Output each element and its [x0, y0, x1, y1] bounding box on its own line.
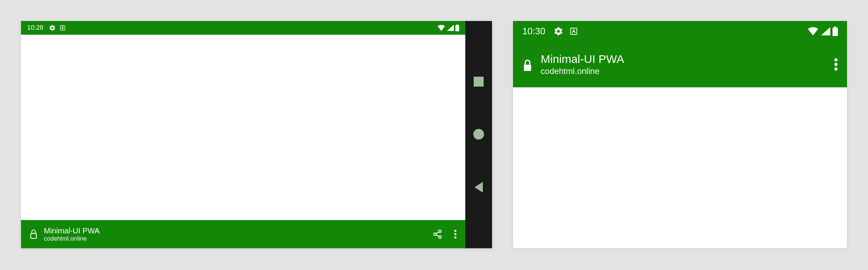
- app-bar-actions: [432, 229, 457, 239]
- svg-point-5: [434, 233, 437, 236]
- gear-icon: [49, 24, 56, 31]
- svg-point-10: [455, 233, 457, 235]
- lock-icon: [29, 229, 38, 239]
- svg-point-9: [455, 230, 457, 232]
- svg-rect-2: [457, 24, 458, 25]
- app-subtitle: codehtml.online: [540, 66, 624, 76]
- wifi-icon: [807, 27, 819, 35]
- navigation-bar: [465, 21, 492, 248]
- app-title: Minimal-UI PWA: [44, 227, 100, 235]
- webview-content[interactable]: [21, 35, 465, 220]
- status-time: 10:28: [27, 24, 44, 32]
- svg-line-7: [436, 232, 439, 233]
- webview-content[interactable]: [513, 87, 847, 248]
- share-icon[interactable]: [432, 229, 442, 239]
- overview-button[interactable]: [474, 77, 484, 87]
- device-portrait: 10:30 Minimal-UI PWA: [513, 21, 847, 248]
- svg-rect-13: [833, 27, 838, 36]
- status-icons-right: [437, 24, 459, 31]
- app-badge-icon: [60, 25, 66, 31]
- back-button[interactable]: [474, 182, 483, 193]
- status-icons-left: [49, 24, 66, 31]
- more-menu-icon[interactable]: [454, 229, 457, 239]
- home-button[interactable]: [473, 129, 484, 140]
- more-menu-icon[interactable]: [834, 58, 838, 71]
- status-time: 10:30: [522, 26, 545, 37]
- gear-icon: [553, 26, 563, 36]
- signal-icon: [447, 25, 454, 31]
- svg-rect-3: [31, 233, 37, 238]
- svg-point-4: [439, 230, 442, 233]
- app-bar: Minimal-UI PWA codehtml.online: [21, 220, 465, 248]
- app-title: Minimal-UI PWA: [540, 53, 624, 66]
- app-title-group: Minimal-UI PWA codehtml.online: [44, 227, 100, 242]
- svg-point-17: [834, 63, 837, 66]
- svg-rect-1: [455, 25, 459, 31]
- status-bar: 10:30: [513, 21, 847, 42]
- svg-line-8: [436, 235, 439, 236]
- svg-point-18: [834, 68, 837, 71]
- wifi-icon: [437, 25, 445, 31]
- lock-icon: [522, 59, 533, 72]
- svg-rect-14: [834, 26, 836, 27]
- battery-icon: [833, 26, 838, 36]
- status-icons-right: [807, 26, 838, 36]
- svg-point-6: [439, 236, 442, 238]
- device-main-area: 10:28: [21, 21, 465, 248]
- battery-icon: [455, 24, 459, 31]
- svg-rect-15: [524, 65, 531, 71]
- svg-point-16: [834, 58, 837, 61]
- signal-icon: [821, 27, 830, 35]
- app-subtitle: codehtml.online: [44, 235, 100, 242]
- device-landscape: 10:28: [21, 21, 492, 248]
- app-title-group: Minimal-UI PWA codehtml.online: [540, 53, 624, 76]
- app-bar: Minimal-UI PWA codehtml.online: [513, 42, 847, 87]
- status-icons-left: [553, 26, 578, 36]
- app-badge-icon: [570, 27, 578, 35]
- status-bar: 10:28: [21, 21, 465, 35]
- svg-point-11: [455, 236, 457, 238]
